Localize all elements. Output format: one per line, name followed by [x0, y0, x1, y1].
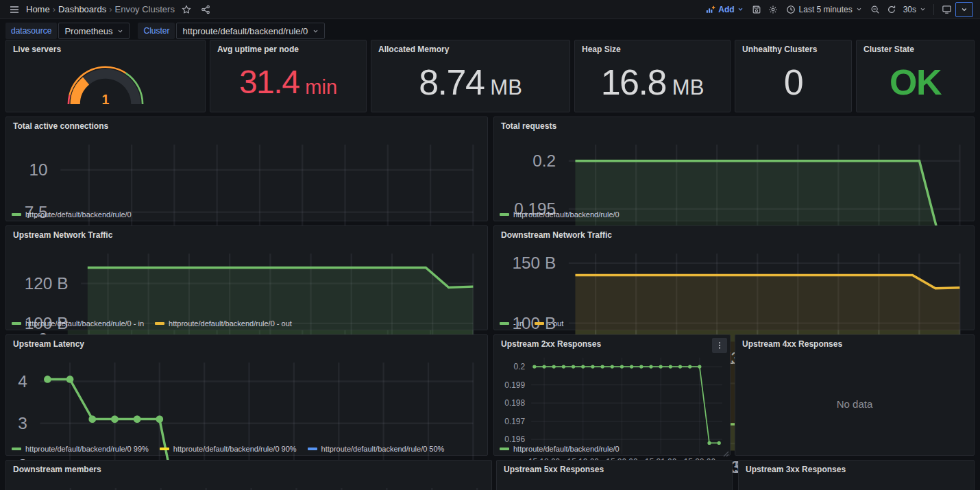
legend-item[interactable]: httproute/default/backend/rule/0 99% — [12, 445, 149, 453]
legend-label: - out — [548, 319, 563, 328]
chart-legend: httproute/default/backend/rule/0 — [12, 210, 132, 219]
panel-avg-uptime: Avg uptime per node 31.4 min — [210, 40, 367, 112]
panel-heap-size: Heap Size 16.8 MB — [574, 40, 731, 112]
gauge-value-arc — [75, 81, 86, 104]
gauge-live-servers: 1 — [47, 56, 164, 109]
kiosk-mode-dropdown-button[interactable] — [955, 2, 973, 17]
refresh-interval-picker[interactable]: 30s — [901, 5, 929, 14]
timeseries-chart[interactable]: 15:18:0015:18:3015:19:0015:19:3015:20:00… — [8, 478, 490, 490]
variable-cluster-select[interactable]: httproute/default/backend/rule/0 — [176, 23, 325, 39]
legend-item[interactable]: httproute/default/backend/rule/0 90% — [160, 445, 297, 453]
panel-title[interactable]: Allocated Memory — [378, 45, 449, 54]
legend-item[interactable]: httproute/default/backend/rule/0 — [500, 445, 620, 453]
panel-upstream-latency: Upstream Latency 15:18:0015:18:3015:19:0… — [5, 334, 488, 456]
legend-item[interactable]: httproute/default/backend/rule/0 - out — [155, 319, 292, 328]
legend-item[interactable]: - out — [535, 319, 563, 328]
panel-title[interactable]: Downstream Network Traffic — [501, 230, 612, 240]
variable-datasource-value: Prometheus — [64, 26, 112, 36]
panel-title[interactable]: Upstream 2xx Responses — [501, 339, 601, 349]
legend-label: httproute/default/backend/rule/0 — [25, 210, 132, 219]
stat-value: 16.8 — [601, 64, 666, 100]
stat-value: OK — [890, 64, 941, 100]
share-icon[interactable] — [198, 2, 213, 17]
panel-title[interactable]: Total requests — [501, 121, 556, 131]
legend-item[interactable]: httproute/default/backend/rule/0 - in — [12, 319, 144, 328]
legend-swatch — [500, 322, 509, 325]
panel-title[interactable]: Downstream members — [13, 465, 101, 474]
variable-datasource: datasource Prometheus — [5, 23, 130, 39]
legend-label: httproute/default/backend/rule/0 — [513, 445, 620, 453]
legend-item[interactable]: httproute/default/backend/rule/0 50% — [308, 445, 445, 453]
star-favorite-icon[interactable] — [179, 2, 194, 17]
panel-upstream-network-traffic: Upstream Network Traffic 15:18:0015:18:3… — [5, 225, 488, 330]
breadcrumb-separator: › — [51, 4, 57, 14]
stat-unit: MB — [672, 77, 705, 98]
legend-swatch — [12, 213, 21, 216]
time-range-label: Last 5 minutes — [799, 5, 853, 14]
dashboard-settings-gear-icon[interactable] — [765, 2, 781, 17]
refresh-dashboard-icon[interactable] — [884, 2, 899, 17]
legend-swatch — [12, 448, 21, 450]
hamburger-menu-icon[interactable] — [7, 2, 22, 17]
svg-text:4: 4 — [18, 372, 27, 391]
panel-menu-kebab-icon[interactable] — [712, 338, 727, 353]
svg-text:120 B: 120 B — [25, 274, 69, 293]
svg-text:0.196: 0.196 — [504, 434, 525, 444]
tv-mode-icon[interactable] — [939, 2, 954, 17]
legend-item[interactable]: httproute/default/backend/rule/0 — [500, 210, 620, 219]
svg-text:10: 10 — [29, 160, 47, 179]
panel-title[interactable]: Live servers — [13, 45, 61, 54]
panel-title[interactable]: Total active connections — [13, 121, 108, 131]
refresh-interval-label: 30s — [903, 5, 916, 14]
legend-item[interactable]: - in — [500, 319, 524, 328]
svg-text:0.2: 0.2 — [532, 151, 556, 170]
time-range-picker[interactable]: Last 5 minutes — [782, 5, 866, 14]
zoom-out-time-range-icon[interactable] — [868, 2, 883, 17]
legend-swatch — [12, 322, 21, 325]
legend-swatch — [308, 448, 317, 450]
chevron-down-icon — [856, 6, 862, 12]
panel-title[interactable]: Upstream 5xx Responses — [504, 465, 604, 474]
panel-upstream-4xx-responses: Upstream 4xx Responses No data — [735, 334, 975, 456]
chevron-down-icon — [117, 28, 123, 34]
panel-title[interactable]: Upstream Latency — [13, 339, 84, 349]
panel-total-active-connections: Total active connections 15:18:0015:18:3… — [5, 117, 488, 221]
add-panel-button[interactable]: Add — [701, 5, 747, 14]
panel-title[interactable]: Cluster State — [863, 45, 914, 54]
panel-title[interactable]: Avg uptime per node — [217, 45, 299, 54]
variable-cluster-value: httproute/default/backend/rule/0 — [182, 26, 308, 36]
variable-datasource-select[interactable]: Prometheus — [58, 23, 130, 39]
panel-title[interactable]: Heap Size — [582, 45, 621, 54]
panel-downstream-network-traffic: Downstream Network Traffic 15:18:0015:18… — [493, 225, 975, 330]
legend-label: - in — [513, 319, 524, 328]
panel-upstream-2xx-responses: Upstream 2xx Responses 15:18:0015:19:001… — [493, 334, 731, 456]
svg-text:0.199: 0.199 — [504, 380, 525, 390]
panel-resize-handle[interactable] — [722, 448, 729, 454]
chevron-down-icon — [737, 6, 744, 12]
legend-label: httproute/default/backend/rule/0 90% — [173, 445, 297, 453]
toolbar-divider — [933, 4, 934, 15]
top-navigation-bar: Home › Dashboards › Envoy Clusters Add — [0, 0, 980, 19]
stat-unit: MB — [490, 77, 522, 98]
panel-allocated-memory: Allocated Memory 8.74 MB — [371, 40, 570, 112]
gauge-threshold-red — [69, 95, 70, 104]
panel-upstream-3xx-responses: Upstream 3xx Responses — [738, 460, 975, 490]
breadcrumb-home[interactable]: Home — [26, 4, 50, 14]
panel-title[interactable]: Upstream Network Traffic — [13, 230, 112, 240]
no-data-message: No data — [735, 353, 974, 455]
legend-item[interactable]: httproute/default/backend/rule/0 — [12, 210, 132, 219]
save-dashboard-icon[interactable] — [749, 2, 764, 17]
dashboard-variables-row: datasource Prometheus Cluster httproute/… — [5, 23, 325, 39]
chevron-down-icon — [920, 6, 926, 12]
chart-legend: httproute/default/backend/rule/0 — [500, 210, 620, 219]
panel-title[interactable]: Upstream 3xx Responses — [746, 465, 846, 474]
breadcrumb-dashboards[interactable]: Dashboards — [58, 4, 106, 14]
variable-cluster-label: Cluster — [138, 23, 175, 39]
panel-title[interactable]: Unhealthy Clusters — [742, 45, 817, 54]
panel-downstream-members: Downstream members 15:18:0015:18:3015:19… — [5, 460, 492, 490]
svg-text:0.2: 0.2 — [514, 362, 526, 371]
panel-title[interactable]: Upstream 4xx Responses — [742, 339, 842, 349]
legend-swatch — [500, 448, 509, 450]
breadcrumb-separator: › — [108, 4, 113, 14]
stat-value: 8.74 — [419, 64, 484, 100]
